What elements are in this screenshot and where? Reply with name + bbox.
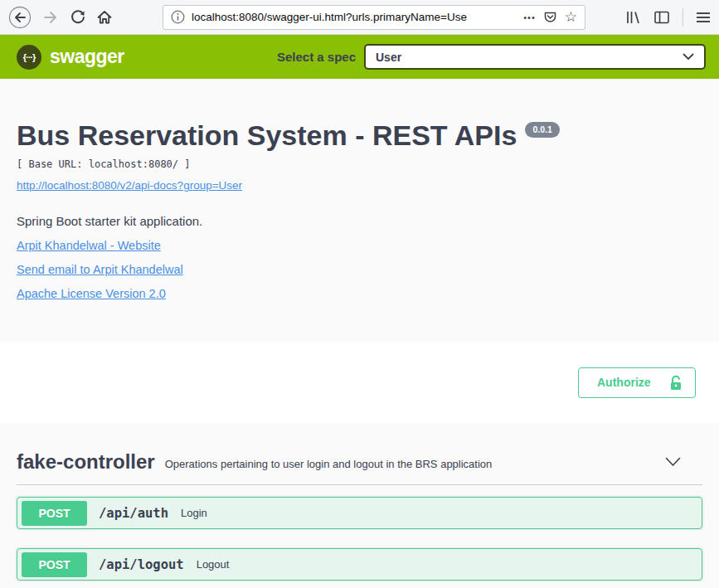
swagger-logo: {···} swagger [17, 45, 124, 70]
browser-toolbar: localhost:8080/swagger-ui.html?urls.prim… [0, 0, 719, 35]
toolbar-divider [683, 8, 683, 27]
tag-description: Operations pertaining to user login and … [165, 454, 493, 470]
swagger-logo-icon: {···} [17, 45, 41, 70]
scheme-container: Authorize [0, 342, 719, 423]
http-method-badge: POST [22, 501, 87, 526]
bookmark-star-icon[interactable]: ☆ [565, 10, 577, 24]
pocket-icon[interactable] [542, 9, 558, 25]
url-text: localhost:8080/swagger-ui.html?urls.prim… [192, 11, 517, 23]
page-actions-icon[interactable]: ••• [523, 12, 536, 22]
select-spec-label: Select a spec [277, 50, 356, 64]
email-link[interactable]: Send email to Arpit Khandelwal [17, 263, 183, 276]
endpoint-path: /api/auth [99, 506, 168, 521]
endpoint-summary: Logout [197, 558, 230, 571]
opblock-post-auth[interactable]: POST /api/auth Login [17, 497, 702, 529]
spec-selector: Select a spec User [277, 44, 706, 70]
website-link[interactable]: Arpit Khandelwal - Website [17, 239, 161, 252]
url-fade [483, 11, 517, 23]
back-button[interactable] [8, 6, 32, 29]
browser-right-icons [624, 8, 711, 27]
info-section: Bus Reservation System - REST APIs 0.0.1… [0, 79, 719, 342]
spec-dropdown-value: User [376, 51, 401, 64]
swagger-wordmark: swagger [50, 46, 124, 68]
endpoint-path: /api/logout [99, 557, 184, 572]
home-button[interactable] [96, 9, 113, 26]
reload-button[interactable] [70, 9, 86, 26]
http-method-badge: POST [22, 552, 87, 577]
sidebar-toggle-icon[interactable] [653, 10, 670, 25]
opblock-post-logout[interactable]: POST /api/logout Logout [17, 548, 702, 581]
unlocked-padlock-icon [668, 375, 683, 391]
api-description: Spring Boot starter kit application. [17, 214, 702, 228]
chevron-down-icon [683, 53, 694, 61]
authorize-button[interactable]: Authorize [578, 367, 696, 398]
tag-fake-controller[interactable]: fake-controller Operations pertaining to… [17, 423, 702, 485]
url-bar[interactable]: localhost:8080/swagger-ui.html?urls.prim… [163, 5, 585, 30]
api-title-text: Bus Reservation System - REST APIs [17, 120, 517, 151]
browser-nav-buttons [8, 6, 113, 29]
license-link[interactable]: Apache License Version 2.0 [17, 287, 166, 300]
version-badge: 0.0.1 [525, 122, 559, 138]
library-icon[interactable] [624, 9, 641, 26]
api-docs-link[interactable]: http://localhost:8080/v2/api-docs?group=… [17, 179, 242, 192]
spec-dropdown[interactable]: User [364, 44, 706, 70]
page-title: Bus Reservation System - REST APIs 0.0.1 [17, 79, 702, 151]
authorize-label: Authorize [597, 376, 651, 389]
base-url: [ Base URL: localhost:8080/ ] [17, 158, 702, 170]
operations-section: fake-controller Operations pertaining to… [0, 423, 719, 581]
menu-hamburger-icon[interactable] [696, 11, 711, 24]
endpoint-summary: Login [181, 507, 207, 519]
expand-chevron-icon[interactable] [665, 457, 681, 467]
tag-name: fake-controller [17, 450, 155, 474]
forward-button[interactable] [41, 8, 60, 27]
site-info-icon[interactable] [171, 10, 185, 24]
swagger-topbar: {···} swagger Select a spec User [0, 35, 719, 79]
